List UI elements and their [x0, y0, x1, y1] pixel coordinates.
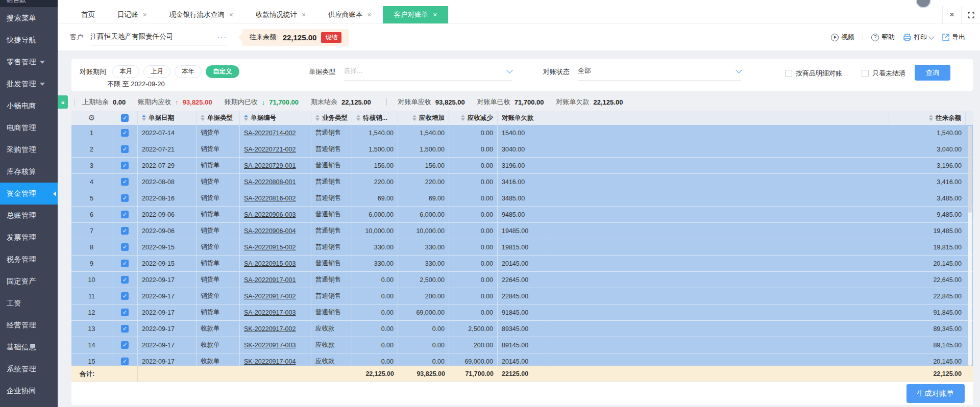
checkbox-checked-icon[interactable]: ✓	[121, 178, 129, 186]
cell-checkbox[interactable]: ✓	[112, 207, 138, 222]
video-button[interactable]: 视频	[828, 33, 857, 42]
sidebar-item-固定资产[interactable]: 固定资产	[0, 270, 58, 292]
cell-checkbox[interactable]: ✓	[112, 353, 138, 366]
doc-link[interactable]: SA-20220917-001	[244, 276, 296, 284]
close-icon[interactable]: ×	[942, 6, 961, 23]
table-row[interactable]: 10✓2022-09-17销货单SA-20220917-001普通销售0.002…	[71, 272, 973, 288]
cell-checkbox[interactable]: ✓	[112, 256, 138, 271]
sidebar-item-基础信息[interactable]: 基础信息	[0, 336, 58, 358]
checkbox-checked-icon[interactable]: ✓	[121, 227, 129, 235]
checkbox-checked-icon[interactable]: ✓	[121, 114, 129, 122]
tab-close-icon[interactable]: ×	[143, 11, 147, 18]
checkbox-detail[interactable]: 按商品明细对账	[785, 69, 842, 78]
sidebar-item-工资[interactable]: 工资	[0, 292, 58, 314]
table-row[interactable]: 6✓2022-09-06销货单SA-20220906-003普通销售6,000.…	[71, 207, 973, 223]
customer-picker-icon[interactable]: ···	[217, 33, 227, 41]
tab-close-icon[interactable]: ×	[433, 11, 437, 18]
tab-供应商账本[interactable]: 供应商账本×	[317, 6, 383, 23]
checkbox-checked-icon[interactable]: ✓	[121, 276, 129, 284]
search-button[interactable]: 查询	[915, 65, 950, 81]
table-row[interactable]: 11✓2022-09-17销货单SA-20220917-002普通销售0.002…	[71, 288, 973, 304]
doc-link[interactable]: SA-20220917-003	[244, 309, 296, 316]
table-row[interactable]: 3✓2022-07-29销货单SA-20220729-001普通销售156.00…	[71, 158, 973, 174]
gear-icon[interactable]: ⚙	[88, 113, 95, 122]
doc-link[interactable]: SK-20220917-003	[244, 342, 296, 349]
sort-icon[interactable]	[201, 115, 205, 121]
cell-checkbox[interactable]: ✓	[112, 288, 138, 304]
doc-link[interactable]: SA-20220915-002	[244, 244, 296, 251]
cell-checkbox[interactable]: ✓	[112, 125, 138, 141]
checkbox-checked-icon[interactable]: ✓	[121, 194, 129, 202]
doc-link[interactable]: SA-20220906-004	[244, 227, 296, 235]
cell-checkbox[interactable]: ✓	[112, 158, 138, 173]
sidebar-item-库存核算[interactable]: 库存核算	[0, 161, 58, 183]
tab-收款情况统计[interactable]: 收款情况统计×	[244, 6, 317, 23]
scrollbar-thumb[interactable]	[968, 126, 972, 213]
sidebar-item-企业协同[interactable]: 企业协同	[0, 380, 58, 402]
col-header-type[interactable]: 单据类型	[197, 111, 240, 125]
fullscreen-icon[interactable]	[961, 6, 980, 23]
tab-客户对账单[interactable]: 客户对账单×	[383, 6, 449, 23]
export-button[interactable]: 导出	[940, 33, 968, 42]
checkbox-checked-icon[interactable]: ✓	[121, 129, 129, 137]
sidebar-item-搜索菜单[interactable]: 搜索菜单	[0, 7, 58, 29]
period-option-本年[interactable]: 本年	[175, 65, 202, 78]
sort-icon[interactable]	[461, 115, 465, 121]
period-option-上月[interactable]: 上月	[143, 65, 170, 78]
column-settings[interactable]: ⚙	[71, 111, 112, 125]
cell-checkbox[interactable]: ✓	[112, 223, 138, 239]
table-row[interactable]: 7✓2022-09-06销货单SA-20220906-004普通销售10,000…	[71, 223, 973, 239]
table-row[interactable]: 12✓2022-09-17销货单SA-20220917-003普通销售0.006…	[71, 304, 973, 321]
col-header-date[interactable]: 单据日期	[138, 111, 197, 125]
cell-checkbox[interactable]: ✓	[112, 190, 138, 206]
expand-button[interactable]: »	[58, 95, 68, 109]
table-row[interactable]: 9✓2022-09-15销货单SA-20220915-003普通销售330.00…	[71, 256, 973, 272]
sidebar-item-采购管理[interactable]: 采购管理	[0, 139, 58, 161]
doc-link[interactable]: SA-20220714-002	[244, 130, 296, 137]
cell-checkbox[interactable]: ✓	[112, 239, 138, 255]
checkbox-checked-icon[interactable]: ✓	[121, 145, 129, 153]
table-row[interactable]: 15✓2022-09-17收款单SK-20220917-004应收款0.000.…	[71, 353, 973, 366]
sort-icon[interactable]	[356, 115, 360, 121]
sidebar-item-税务管理[interactable]: 税务管理	[0, 248, 58, 270]
sidebar-item-零售管理[interactable]: 零售管理	[0, 51, 58, 73]
doc-type-select[interactable]: 选择...	[344, 66, 512, 81]
table-row[interactable]: 2✓2022-07-21销货单SA-20220721-002普通销售1,500.…	[71, 141, 973, 158]
cell-checkbox[interactable]: ✓	[112, 272, 138, 288]
table-row[interactable]: 13✓2022-09-17收款单SK-20220917-002应收款0.000.…	[71, 321, 973, 337]
sidebar-item-经营管理[interactable]: 经营管理	[0, 314, 58, 336]
sidebar-item-发票管理[interactable]: 发票管理	[0, 226, 58, 248]
sort-icon[interactable]	[315, 115, 320, 121]
period-option-自定义[interactable]: 自定义	[206, 65, 239, 78]
vertical-scrollbar[interactable]	[968, 126, 972, 366]
sort-icon[interactable]	[412, 115, 416, 121]
sidebar-item-partial[interactable]: 销售款	[0, 0, 58, 7]
cell-checkbox[interactable]: ✓	[112, 304, 138, 320]
col-header-pending[interactable]: 待核销...	[352, 111, 398, 125]
settle-badge[interactable]: 现结	[321, 32, 341, 43]
cell-checkbox[interactable]: ✓	[112, 141, 138, 157]
col-header-inc[interactable]: 应收增加	[398, 111, 449, 125]
doc-link[interactable]: SA-20220721-002	[244, 146, 296, 153]
checkbox-checked-icon[interactable]: ✓	[121, 243, 129, 251]
col-header-balance[interactable]: 往来余额	[889, 111, 966, 125]
select-all[interactable]: ✓	[112, 111, 138, 125]
sidebar-item-小畅电商[interactable]: 小畅电商	[0, 95, 58, 117]
checkbox-checked-icon[interactable]: ✓	[121, 309, 129, 316]
doc-link[interactable]: SA-20220729-001	[244, 162, 296, 169]
print-button[interactable]: 打印	[901, 33, 936, 42]
table-row[interactable]: 14✓2022-09-17收款单SK-20220917-003应收款0.000.…	[71, 337, 973, 353]
period-option-本月[interactable]: 本月	[112, 65, 139, 78]
sidebar-item-总账管理[interactable]: 总账管理	[0, 205, 58, 226]
doc-link[interactable]: SA-20220816-002	[244, 195, 296, 202]
checkbox-unsettled[interactable]: 只看未结清	[862, 69, 905, 78]
sort-icon[interactable]	[929, 115, 933, 121]
sidebar-item-资金管理[interactable]: 资金管理	[0, 183, 58, 205]
doc-link[interactable]: SK-20220917-002	[244, 325, 296, 333]
sidebar-item-快捷导航[interactable]: 快捷导航	[0, 29, 58, 51]
cell-checkbox[interactable]: ✓	[112, 321, 138, 337]
checkbox-checked-icon[interactable]: ✓	[121, 292, 129, 300]
checkbox-checked-icon[interactable]: ✓	[121, 211, 129, 218]
table-row[interactable]: 4✓2022-08-08销货单SA-20220808-001普通销售220.00…	[71, 174, 973, 190]
col-header-doc[interactable]: 单据编号	[240, 111, 311, 125]
